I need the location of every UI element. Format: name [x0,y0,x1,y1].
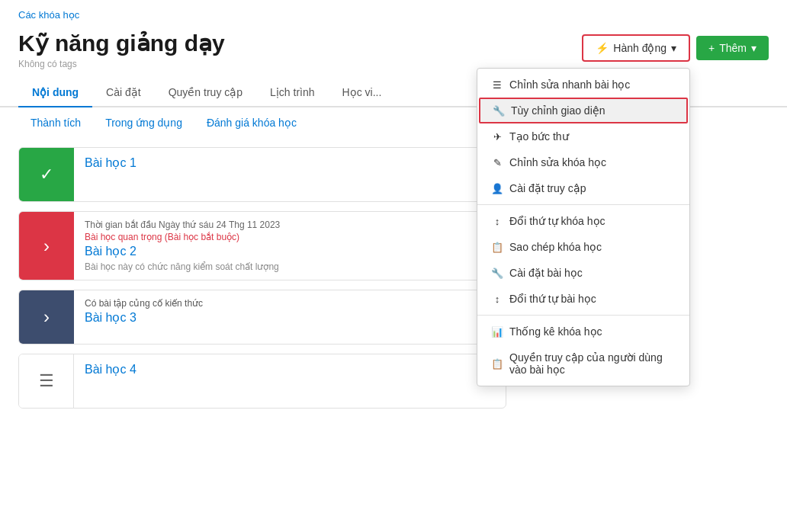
dropdown-item-doi-thu-tu-khoa-hoc[interactable]: ↕ Đổi thứ tự khóa học [477,208,689,234]
page-header: Kỹ năng giảng dạy Không có tags ⚡ Hành đ… [0,24,787,72]
chevron-right-icon-3: › [43,306,50,328]
dropdown-item-label: Đổi thứ tự bài học [509,293,596,305]
page-title-area: Kỹ năng giảng dạy Không có tags [18,30,225,69]
chevron-down-icon: ▾ [671,42,676,54]
lesson-body-1: Bài học 1 [74,148,506,201]
them-button[interactable]: + Thêm ▾ [696,36,769,60]
hanh-dong-dropdown-container: ⚡ Hành động ▾ ☰ Chỉnh sửa nhanh bài học … [582,34,690,62]
dropdown-item-label: Quyền truy cập của người dùng vào bài họ… [509,351,676,376]
dropdown-divider-1 [477,204,689,205]
chart-icon: 📊 [491,326,503,338]
breadcrumb: Các khóa học [0,0,787,24]
lesson-body-2: Thời gian bắt đầu Ngày thứ sáu 24 Thg 11… [74,212,506,280]
dropdown-item-cai-dat-truy-cap[interactable]: 👤 Cài đặt truy cập [477,175,689,201]
dropdown-item-doi-thu-tu-bai-hoc[interactable]: ↕ Đổi thứ tự bài học [477,286,689,312]
send-icon: ✈ [491,131,503,143]
lesson-icon-4: ☰ [19,354,74,408]
tab-trong-ung-dung[interactable]: Trong ứng dụng [93,111,194,135]
lesson-sub-3: Có bài tập củng cố kiến thức [85,298,495,309]
tab-hoc-vien[interactable]: Học vi... [329,79,396,107]
tab-cai-dat[interactable]: Cài đặt [92,79,155,107]
dropdown-item-label: Cài đặt truy cập [509,182,586,194]
tab-lich-trinh[interactable]: Lịch trình [256,79,328,107]
dropdown-item-chinh-sua-khoa-hoc[interactable]: ✎ Chỉnh sửa khóa học [477,149,689,175]
dropdown-divider-2 [477,315,689,316]
list-icon: ☰ [491,79,503,91]
dropdown-item-quyen-truy-cap-bai-hoc[interactable]: 📋 Quyền truy cập của người dùng vào bài … [477,345,689,383]
lesson-note-2: Bài học này có chức năng kiểm soát chất … [85,261,495,272]
lesson-title-3[interactable]: Bài học 3 [85,310,495,325]
copy-icon: 📋 [491,242,503,253]
tab-thanh-tich[interactable]: Thành tích [18,111,93,135]
dropdown-item-sao-chep-khoa-hoc[interactable]: 📋 Sao chép khóa học [477,234,689,260]
lesson-required-2: Bài học quan trọng (Bài học bắt buộc) [85,232,495,242]
lightning-icon: ⚡ [596,42,609,54]
lesson-item-4: ☰ Bài học 4 [18,354,506,409]
dropdown-item-chinh-sua-nhanh[interactable]: ☰ Chỉnh sửa nhanh bài học [477,72,689,98]
dropdown-item-cai-dat-bai-hoc[interactable]: 🔧 Cài đặt bài học [477,260,689,286]
sort2-icon: ↕ [491,293,503,305]
lesson-item-3: › Có bài tập củng cố kiến thức Bài học 3 [18,290,506,345]
lesson-body-3: Có bài tập củng cố kiến thức Bài học 3 [74,290,506,344]
document-icon: ☰ [39,371,54,391]
tab-quyen-truy-cap[interactable]: Quyền truy cập [155,79,256,107]
lesson-icon-2: › [19,212,74,280]
them-label: Thêm [719,42,747,54]
lesson-title-1[interactable]: Bài học 1 [85,155,495,170]
hanh-dong-label: Hành động [613,42,667,54]
hanh-dong-button[interactable]: ⚡ Hành động ▾ [582,34,690,62]
header-buttons: ⚡ Hành động ▾ ☰ Chỉnh sửa nhanh bài học … [582,34,769,62]
them-dropdown-container: + Thêm ▾ [696,36,769,60]
dropdown-item-label: Chỉnh sửa nhanh bài học [509,79,630,91]
checkmark-icon: ✓ [40,165,53,184]
tab-noi-dung[interactable]: Nội dung [18,79,92,107]
chevron-right-icon-2: › [43,236,50,257]
lesson-body-4: Bài học 4 [74,354,506,408]
dropdown-item-tuy-chinh-giao-dien[interactable]: 🔧 Tùy chỉnh giao diện [479,98,688,123]
user-icon: 👤 [491,183,503,194]
hanh-dong-dropdown-menu: ☰ Chỉnh sửa nhanh bài học 🔧 Tùy chỉnh gi… [477,68,690,386]
lesson-item-2: › Thời gian bắt đầu Ngày thứ sáu 24 Thg … [18,211,506,280]
dropdown-item-label: Sao chép khóa học [509,241,602,253]
edit-icon: ✎ [491,157,503,168]
plus-icon: + [708,42,715,54]
dropdown-item-label: Tùy chỉnh giao diện [511,104,606,117]
page-subtitle: Không có tags [18,59,225,69]
lesson-icon-1: ✓ [19,148,74,201]
lesson-meta-2: Thời gian bắt đầu Ngày thứ sáu 24 Thg 11… [85,220,495,230]
tab-danh-gia-khoa-hoc[interactable]: Đánh giá khóa học [194,111,309,135]
breadcrumb-link[interactable]: Các khóa học [18,9,79,21]
lesson-item-1: ✓ Bài học 1 [18,147,506,202]
lesson-icon-3: › [19,290,74,344]
chevron-down-icon-them: ▾ [751,42,756,54]
list2-icon: 📋 [491,358,503,370]
dropdown-item-thong-ke-khoa-hoc[interactable]: 📊 Thống kê khóa học [477,319,689,345]
dropdown-item-label: Chỉnh sửa khóa học [509,156,606,168]
dropdown-item-label: Đổi thứ tự khóa học [509,215,606,227]
puzzle-icon: 🔧 [493,105,505,117]
dropdown-item-tao-buc-thu[interactable]: ✈ Tạo bức thư [477,123,689,149]
sort-icon: ↕ [491,216,503,227]
lesson-title-2[interactable]: Bài học 2 [85,244,495,258]
dropdown-item-label: Thống kê khóa học [509,325,602,338]
dropdown-item-label: Cài đặt bài học [509,267,583,279]
wrench-icon: 🔧 [491,268,503,279]
page-title: Kỹ năng giảng dạy [18,30,225,57]
dropdown-item-label: Tạo bức thư [509,130,569,143]
lesson-title-4[interactable]: Bài học 4 [85,362,495,377]
